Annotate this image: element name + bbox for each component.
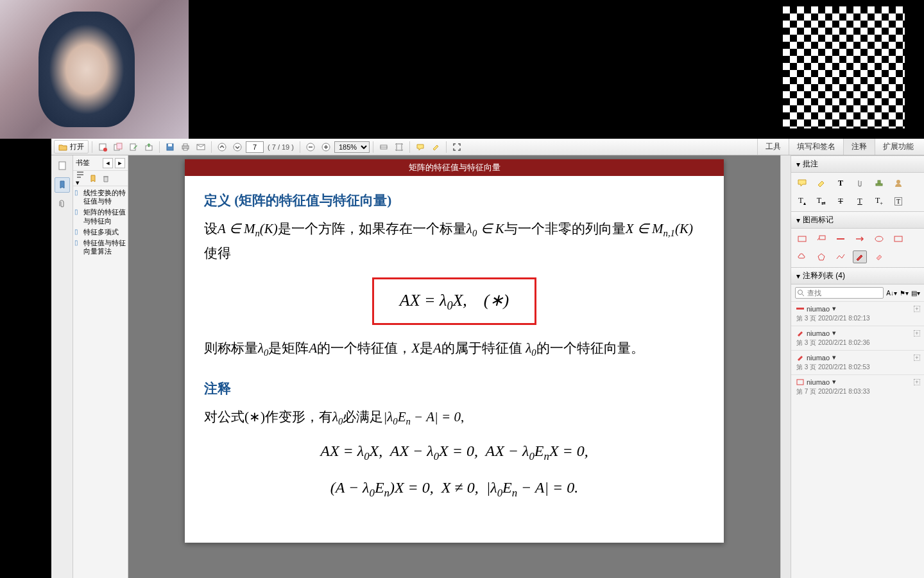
polygon-tool[interactable] xyxy=(814,250,828,263)
svg-rect-19 xyxy=(77,171,83,173)
drawing-section-header[interactable]: ▾图画标记 xyxy=(791,211,924,229)
paperclip-icon xyxy=(57,199,67,209)
bookmarks-button[interactable] xyxy=(55,177,70,193)
pencil-tool[interactable] xyxy=(853,250,867,263)
highlight-tool[interactable] xyxy=(814,177,828,189)
strike-icon: T xyxy=(838,197,843,206)
vertical-scrollbar[interactable] xyxy=(780,155,791,578)
tbox-icon: T xyxy=(894,197,902,206)
page-thumbnails-button[interactable] xyxy=(55,158,70,173)
new-bookmark-icon xyxy=(89,174,98,183)
text-tool[interactable]: T xyxy=(834,177,848,189)
comment-item[interactable]: niumao ▾ 第 3 页 2020/2/21 8:02:53 + xyxy=(791,350,924,374)
fullscreen-button[interactable] xyxy=(450,141,464,153)
export-button[interactable] xyxy=(142,141,156,153)
annotations-section-header[interactable]: ▾批注 xyxy=(791,155,924,173)
plus-icon xyxy=(321,143,330,152)
cloud-tool[interactable] xyxy=(795,250,809,263)
webcam-overlay xyxy=(0,0,189,139)
expand-icon[interactable]: + xyxy=(914,306,920,312)
comments-list-header[interactable]: ▾注释列表 (4) xyxy=(791,267,924,285)
comment-item[interactable]: niumao ▾ 第 7 页 2020/2/21 8:03:33 + xyxy=(791,374,924,399)
replace-text-tool[interactable]: T⇄ xyxy=(814,195,828,207)
note-icon xyxy=(797,179,807,188)
add-text-tool[interactable]: T+ xyxy=(872,195,886,207)
expand-icon[interactable]: + xyxy=(914,379,920,385)
fit-page-button[interactable] xyxy=(392,141,406,153)
tab-tools[interactable]: 工具 xyxy=(757,139,789,155)
attach-tool[interactable] xyxy=(853,177,867,189)
strikethrough-tool[interactable]: T xyxy=(834,195,848,207)
expand-icon[interactable]: + xyxy=(914,330,920,337)
page-total-label: ( 7 / 19 ) xyxy=(265,143,296,151)
line-icon xyxy=(835,234,846,243)
bookmark-prev-button[interactable]: ◄ xyxy=(103,158,113,168)
insert-text-tool[interactable]: T▴ xyxy=(795,195,809,207)
oval-tool[interactable] xyxy=(872,232,886,245)
eraser-tool[interactable] xyxy=(872,250,886,263)
svg-rect-20 xyxy=(77,174,83,175)
bookmark-item-label: 矩阵的特征值与特征向 xyxy=(83,208,126,225)
textbox-draw-tool[interactable] xyxy=(795,232,809,245)
stamp-tool[interactable] xyxy=(872,177,886,189)
page-number-input[interactable] xyxy=(246,141,264,153)
underline-tool[interactable]: T xyxy=(853,195,867,207)
bookmark-item-icon: ▯ xyxy=(74,228,82,236)
comment-item[interactable]: niumao ▾ 第 3 页 2020/2/21 8:02:13 + xyxy=(791,301,924,326)
svg-rect-3 xyxy=(117,143,122,149)
bookmark-icon xyxy=(57,180,67,190)
fit-width-button[interactable] xyxy=(377,141,391,153)
pencil-icon xyxy=(855,252,865,261)
open-button[interactable]: 打开 xyxy=(54,140,89,153)
arrow-tool[interactable] xyxy=(853,232,867,245)
collapse-icon: ▾ xyxy=(796,160,800,169)
zoom-in-button[interactable] xyxy=(319,141,333,153)
bookmark-item[interactable]: ▯线性变换的特征值与特 xyxy=(74,188,126,207)
callout-tool[interactable] xyxy=(814,232,828,245)
highlight-button[interactable] xyxy=(429,141,443,153)
attachments-button[interactable] xyxy=(55,197,70,212)
document-viewport[interactable]: 矩阵的特征值与特征向量 定义 (矩阵的特征值与特征向量) 设A ∈ Mn(K)是… xyxy=(128,155,780,578)
page-up-button[interactable] xyxy=(215,141,229,153)
rectangle-tool[interactable] xyxy=(891,232,905,245)
save-button[interactable] xyxy=(163,141,177,153)
sort-button[interactable]: A↓▾ xyxy=(886,290,897,297)
open-label: 打开 xyxy=(70,142,84,152)
definition-text-1: 设A ∈ Mn(K)是一个方阵，如果存在一个标量λ0 ∈ K与一个非零的列向量X… xyxy=(204,217,705,266)
expand-icon[interactable]: + xyxy=(914,355,920,361)
print-button[interactable] xyxy=(178,141,193,153)
connected-lines-tool[interactable] xyxy=(834,250,848,263)
trash-icon xyxy=(101,174,110,183)
comments-search-input[interactable] xyxy=(795,287,884,299)
bookmark-item[interactable]: ▯特征多项式 xyxy=(74,227,126,238)
tab-fill-sign[interactable]: 填写和签名 xyxy=(789,139,843,155)
textbox-tool[interactable]: T xyxy=(891,195,905,207)
signature-tool[interactable] xyxy=(891,177,905,189)
bookmark-item[interactable]: ▯矩阵的特征值与特征向 xyxy=(74,207,126,226)
line-tool[interactable] xyxy=(834,232,848,245)
delete-bookmark-button[interactable] xyxy=(101,174,110,183)
tab-extend[interactable]: 扩展功能 xyxy=(875,139,921,155)
create-pdf-button[interactable] xyxy=(96,141,110,153)
tab-comment[interactable]: 注释 xyxy=(843,139,875,155)
sticky-note-button[interactable] xyxy=(413,141,427,153)
options-button[interactable]: ▤▾ xyxy=(911,290,920,297)
edit-button[interactable] xyxy=(126,141,141,153)
email-button[interactable] xyxy=(194,141,208,153)
comment-item[interactable]: niumao ▾ 第 3 页 2020/2/21 8:02:36 + xyxy=(791,326,924,350)
new-bookmark-button[interactable] xyxy=(89,174,98,183)
sticky-note-tool[interactable] xyxy=(795,177,809,189)
folder-icon xyxy=(58,143,67,151)
combine-button[interactable] xyxy=(111,141,125,153)
zoom-select[interactable]: 185% xyxy=(334,141,370,153)
bookmark-item-icon: ▯ xyxy=(74,208,82,225)
filter-button[interactable]: ⚑▾ xyxy=(900,290,909,297)
bookmarks-header: 书签 ◄ ► xyxy=(73,155,128,171)
bookmark-options-button[interactable]: ▾ xyxy=(76,170,85,187)
svg-rect-7 xyxy=(168,144,172,146)
bookmark-next-button[interactable]: ► xyxy=(115,158,125,168)
bookmark-item[interactable]: ▯特征值与特征向量算法 xyxy=(74,238,126,257)
person-icon xyxy=(893,179,903,188)
page-down-button[interactable] xyxy=(230,141,244,153)
zoom-out-button[interactable] xyxy=(304,141,318,153)
